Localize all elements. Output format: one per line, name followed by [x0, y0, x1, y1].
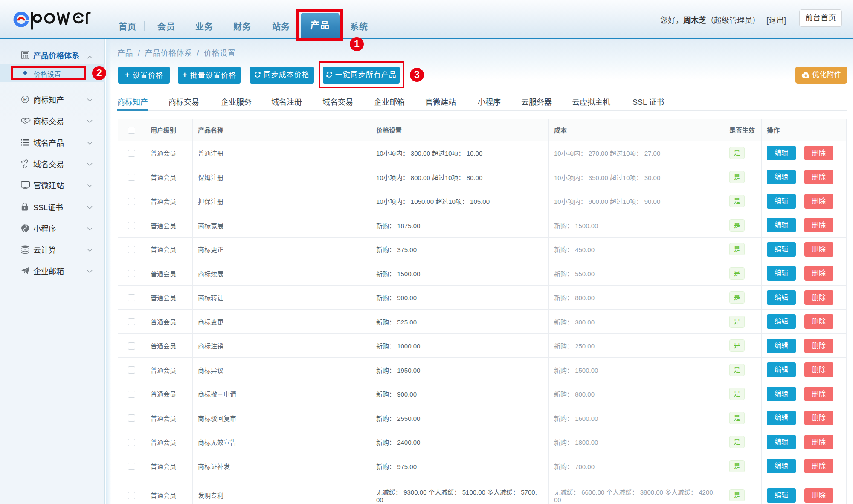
svg-text:R: R — [23, 97, 27, 102]
